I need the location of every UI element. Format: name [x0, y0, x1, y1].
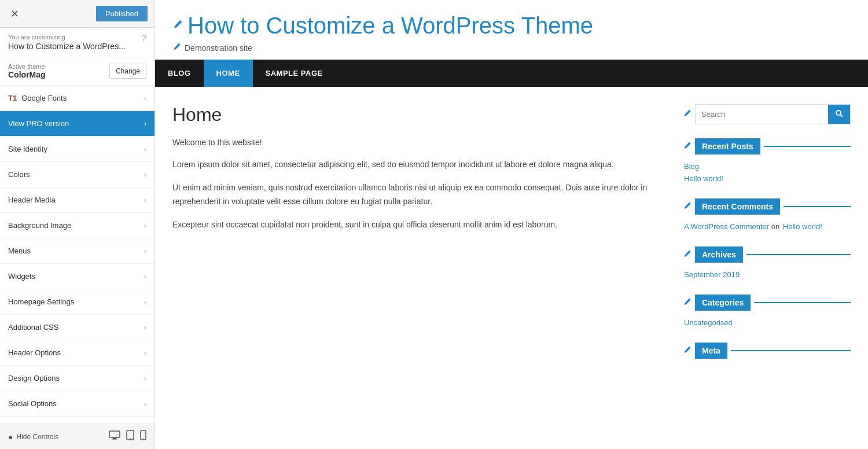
chevron-icon: › [144, 374, 146, 382]
archives-widget: Archives September 2019 [683, 246, 851, 281]
edit-recent-posts-icon[interactable] [683, 141, 692, 152]
sidebar-item-label: Header Media [8, 196, 56, 204]
widget-title-row: Archives [683, 246, 851, 263]
site-subtitle-row: Demonstration site [172, 42, 851, 54]
theme-name: ColorMag [8, 70, 46, 79]
sidebar-item-footer-options[interactable]: Footer Options › [0, 417, 155, 424]
desktop-icon[interactable] [109, 430, 120, 443]
customizing-label: You are customizing [8, 34, 126, 41]
sidebar-item-label: Homepage Settings [8, 297, 74, 306]
title-line [784, 206, 851, 207]
change-theme-button[interactable]: Change [109, 64, 146, 79]
edit-archives-icon[interactable] [683, 249, 692, 260]
edit-meta-icon[interactable] [683, 345, 692, 356]
sidebar-item-view-pro[interactable]: View PRO version › [0, 111, 155, 137]
widget-title-row: Recent Comments [683, 198, 851, 215]
search-box [695, 104, 851, 124]
sidebar-item-label: Additional CSS [8, 323, 58, 332]
chevron-icon: › [144, 246, 146, 255]
help-icon[interactable]: ? [141, 34, 146, 44]
sidebar-item-design-options[interactable]: Design Options › [0, 366, 155, 391]
sidebar-item-label: Menus [8, 246, 31, 255]
archive-september-2019[interactable]: September 2019 [684, 268, 851, 281]
archives-title: Archives [695, 246, 743, 263]
sidebar-item-label: Colors [8, 170, 30, 179]
edit-subtitle-icon[interactable] [172, 42, 181, 54]
preview-area: How to Customize a WordPress Theme Demon… [155, 0, 868, 449]
sidebar-item-additional-css[interactable]: Additional CSS › [0, 315, 155, 340]
close-button[interactable]: ✕ [7, 8, 23, 20]
recent-post-hello[interactable]: Hello world! [684, 172, 851, 185]
recent-post-blog[interactable]: Blog [684, 160, 851, 172]
chevron-icon: › [144, 170, 146, 179]
category-uncategorised[interactable]: Uncategorised [684, 316, 851, 329]
edit-search-icon[interactable] [683, 109, 692, 120]
chevron-icon: › [144, 348, 146, 357]
sidebar-item-header-options[interactable]: Header Options › [0, 340, 155, 366]
sidebar-bottom-controls: ● Hide Controls [0, 424, 155, 449]
font-icon: T1 [8, 94, 17, 102]
eye-icon: ● [8, 432, 13, 441]
svg-point-6 [143, 438, 144, 439]
navigation-bar: BLOG HOME SAMPLE PAGE [155, 60, 868, 87]
recent-comments-widget: Recent Comments A WordPress Commenter on… [683, 198, 851, 233]
sidebar-item-label: Header Options [8, 348, 61, 357]
widgets-sidebar: Recent Posts Blog Hello world! Recent Co… [683, 104, 851, 373]
site-header: How to Customize a WordPress Theme Demon… [155, 0, 868, 60]
theme-label: Active theme [8, 63, 46, 70]
site-subtitle: Demonstration site [185, 43, 252, 53]
recent-posts-title: Recent Posts [695, 138, 760, 154]
chevron-icon: › [144, 399, 146, 408]
edit-title-icon[interactable] [172, 19, 183, 32]
nav-item-sample-page[interactable]: SAMPLE PAGE [253, 60, 336, 87]
sidebar-item-google-fonts[interactable]: T1 Google Fonts › [0, 86, 155, 111]
customizer-sidebar: ✕ Published You are customizing How to C… [0, 0, 155, 449]
meta-widget: Meta [683, 343, 851, 359]
chevron-icon: › [144, 119, 146, 128]
sidebar-item-homepage-settings[interactable]: Homepage Settings › [0, 289, 155, 315]
site-title-row: How to Customize a WordPress Theme [172, 12, 851, 39]
sidebar-item-header-media[interactable]: Header Media › [0, 187, 155, 213]
widget-title-row: Categories [683, 295, 851, 311]
sidebar-item-colors[interactable]: Colors › [0, 162, 155, 187]
sidebar-nav: T1 Google Fonts › View PRO version › Sit… [0, 86, 155, 424]
sidebar-item-label: Social Options [8, 399, 57, 408]
title-line [764, 146, 851, 147]
svg-rect-1 [113, 437, 116, 439]
nav-item-home[interactable]: HOME [204, 60, 253, 87]
meta-title: Meta [695, 343, 727, 359]
chevron-icon: › [144, 297, 146, 306]
sidebar-top-bar: ✕ Published [0, 0, 155, 28]
comment-author-link[interactable]: A WordPress Commenter [684, 220, 769, 233]
title-line [754, 302, 851, 303]
widget-title-row: Meta [683, 343, 851, 359]
chevron-icon: › [144, 196, 146, 204]
search-button[interactable] [828, 105, 850, 124]
sidebar-item-label: Design Options [8, 374, 60, 382]
hide-controls-button[interactable]: ● Hide Controls [8, 432, 58, 441]
sidebar-item-label: Google Fonts [21, 94, 67, 102]
svg-point-7 [836, 111, 841, 115]
sidebar-item-label: Background Image [8, 221, 71, 230]
published-button[interactable]: Published [96, 6, 148, 21]
nav-item-blog[interactable]: BLOG [155, 60, 204, 87]
edit-recent-comments-icon[interactable] [683, 201, 692, 212]
sidebar-item-widgets[interactable]: Widgets › [0, 264, 155, 289]
comment-post-link[interactable]: Hello world! [783, 220, 822, 233]
sidebar-item-label: View PRO version [8, 119, 69, 128]
tablet-icon[interactable] [126, 430, 134, 443]
sidebar-item-background-image[interactable]: Background Image › [0, 213, 155, 238]
widget-title-row: Recent Posts [683, 138, 851, 154]
svg-rect-2 [112, 439, 117, 440]
search-input[interactable] [696, 105, 828, 123]
recent-comments-title: Recent Comments [695, 198, 780, 215]
chevron-icon: › [144, 145, 146, 153]
page-paragraph-3: Excepteur sint occaecat cupidatat non pr… [172, 218, 665, 232]
sidebar-item-social-options[interactable]: Social Options › [0, 391, 155, 417]
sidebar-item-site-identity[interactable]: Site Identity › [0, 137, 155, 162]
mobile-icon[interactable] [140, 430, 146, 443]
device-icons [109, 430, 146, 443]
chevron-icon: › [144, 323, 146, 332]
edit-categories-icon[interactable] [683, 297, 692, 308]
sidebar-item-menus[interactable]: Menus › [0, 238, 155, 264]
